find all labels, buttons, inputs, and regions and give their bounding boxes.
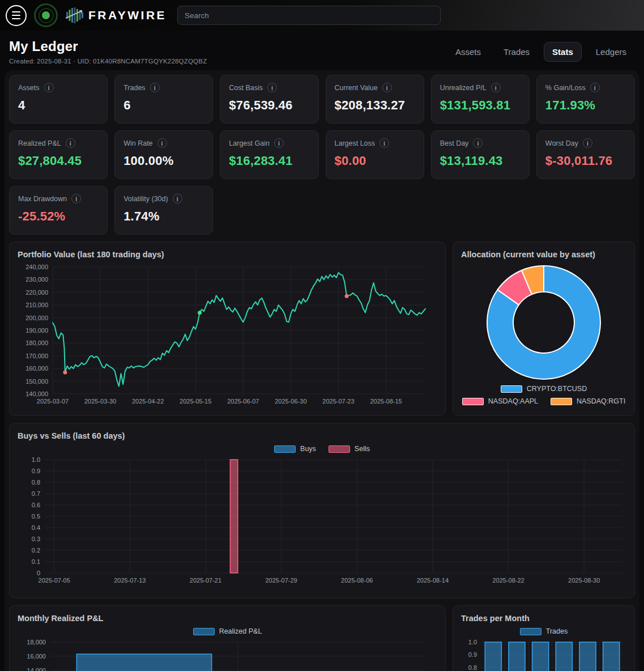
legend-item-crypto-btcusd[interactable]: CRYPTO:BTCUSD: [501, 385, 587, 393]
stat-card-trades: Tradesi6: [114, 75, 213, 124]
stat-card-assets: Assetsi4: [9, 75, 108, 124]
portfolio-chart-title: Portfolio Value (last 180 trading days): [18, 250, 437, 259]
legend-item-sells[interactable]: Sells: [329, 445, 370, 453]
svg-text:190,000: 190,000: [25, 327, 48, 334]
tab-assets[interactable]: Assets: [447, 42, 489, 62]
svg-text:0.9: 0.9: [32, 468, 40, 474]
legend-item-nasdaq-aapl[interactable]: NASDAQ:AAPL: [462, 397, 538, 405]
svg-text:2025-05-15: 2025-05-15: [180, 398, 211, 405]
stat-value: 171.93%: [545, 98, 626, 113]
info-icon[interactable]: i: [274, 138, 284, 148]
svg-text:170,000: 170,000: [25, 353, 48, 359]
svg-text:2025-06-30: 2025-06-30: [275, 398, 306, 405]
legend-swatch: [551, 398, 572, 405]
stat-card-max-drawdown: Max Drawdowni-25.52%: [9, 186, 108, 235]
record-target-icon: [34, 3, 58, 27]
info-icon[interactable]: i: [71, 194, 81, 203]
tab-ledgers[interactable]: Ledgers: [587, 42, 635, 62]
info-icon[interactable]: i: [66, 138, 75, 148]
svg-text:2025-07-29: 2025-07-29: [265, 577, 297, 584]
svg-text:2025-08-14: 2025-08-14: [417, 577, 449, 584]
hamburger-menu-icon[interactable]: [6, 5, 27, 26]
legend-swatch: [501, 385, 522, 393]
stat-card-volatility-30d: Volatility (30d)i1.74%: [114, 186, 213, 235]
stat-value: -25.52%: [18, 209, 99, 224]
stat-card-largest-loss: Largest Lossi$0.00: [326, 130, 424, 179]
svg-text:2025-08-15: 2025-08-15: [370, 398, 402, 405]
svg-text:18,000: 18,000: [27, 639, 46, 645]
info-icon[interactable]: i: [491, 83, 501, 92]
stat-label: Best Day: [440, 139, 469, 147]
legend-item-trades[interactable]: Trades: [520, 627, 568, 635]
svg-text:140,000: 140,000: [25, 390, 48, 397]
trades-per-month-chart: 1.00.90.80.70.60.50.40.30.20.10: [461, 639, 626, 671]
tab-stats[interactable]: Stats: [544, 42, 582, 62]
legend-label: CRYPTO:BTCUSD: [527, 385, 587, 393]
info-icon[interactable]: i: [379, 138, 389, 148]
stat-value: 100.00%: [123, 154, 204, 168]
svg-text:2025-04-22: 2025-04-22: [132, 398, 164, 405]
legend-label: Sells: [355, 445, 370, 453]
stat-card-largest-gain: Largest Gaini$16,283.41: [220, 130, 318, 179]
monthly-pnl-chart: 18,00016,00014,00012,00010,0008,0006,000…: [18, 639, 429, 671]
stat-value: 6: [123, 98, 204, 113]
legend-item-nasdaq-rgti[interactable]: NASDAQ:RGTI: [551, 397, 625, 405]
stat-value: $76,539.46: [229, 98, 309, 113]
stat-label: % Gain/Loss: [545, 84, 586, 92]
allocation-panel: Allocation (current value by asset) CRYP…: [453, 241, 635, 416]
stat-value: $0.00: [335, 154, 415, 168]
svg-text:150,000: 150,000: [25, 378, 48, 385]
portfolio-value-panel: Portfolio Value (last 180 trading days) …: [9, 241, 446, 416]
svg-text:210,000: 210,000: [25, 301, 48, 308]
stat-label: Realized P&L: [18, 139, 61, 147]
svg-text:180,000: 180,000: [25, 339, 48, 346]
legend-label: Buys: [300, 445, 316, 453]
info-icon[interactable]: i: [590, 83, 600, 92]
waveform-logo-icon: [65, 7, 84, 24]
stat-value: $13,119.43: [440, 154, 521, 168]
info-icon[interactable]: i: [583, 138, 592, 148]
stat-label: Max Drawdown: [18, 195, 67, 203]
page-header: My Ledger Created: 2025-08-31 · UID: 01K…: [0, 31, 644, 70]
legend-label: Trades: [546, 627, 568, 635]
svg-text:2025-08-22: 2025-08-22: [492, 577, 524, 584]
svg-text:240,000: 240,000: [25, 264, 48, 270]
info-icon[interactable]: i: [267, 83, 277, 92]
stat-card-realized-p-l: Realized P&Li$27,804.45: [9, 130, 108, 179]
svg-text:0.3: 0.3: [32, 536, 40, 542]
brand-logo[interactable]: FRAYWIRE: [65, 7, 167, 24]
search-input[interactable]: [177, 6, 441, 25]
tab-trades[interactable]: Trades: [495, 42, 538, 62]
stat-label: Assets: [18, 84, 40, 92]
buys-sells-chart: 1.00.90.80.70.60.50.40.30.20.102025-07-0…: [18, 456, 625, 591]
legend-label: NASDAQ:RGTI: [577, 397, 625, 405]
svg-text:160,000: 160,000: [25, 365, 48, 372]
legend-item-buys[interactable]: Buys: [274, 445, 316, 453]
trades-per-month-panel: Trades per Month Trades 1.00.90.80.70.60…: [453, 605, 635, 671]
stat-card-unrealized-p-l: Unrealized P/Li$131,593.81: [431, 75, 530, 124]
info-icon[interactable]: i: [382, 83, 392, 92]
charts-row-1: Portfolio Value (last 180 trading days) …: [9, 241, 635, 416]
stat-label: Cost Basis: [229, 84, 263, 92]
stat-value: $16,283.41: [229, 154, 309, 168]
info-icon[interactable]: i: [150, 83, 160, 92]
svg-text:2025-07-23: 2025-07-23: [322, 398, 354, 405]
info-icon[interactable]: i: [157, 138, 167, 148]
stat-card-win-rate: Win Ratei100.00%: [114, 130, 213, 179]
stat-value: 1.74%: [123, 209, 204, 224]
svg-text:1.0: 1.0: [468, 639, 477, 645]
svg-text:2025-03-07: 2025-03-07: [37, 398, 69, 405]
svg-text:0.6: 0.6: [32, 502, 40, 508]
legend-item-realized-p-l[interactable]: Realized P&L: [193, 627, 262, 635]
allocation-chart-title: Allocation (current value by asset): [461, 250, 626, 259]
stat-label: Largest Loss: [335, 139, 376, 147]
info-icon[interactable]: i: [473, 138, 483, 148]
svg-text:2025-07-05: 2025-07-05: [39, 577, 70, 584]
svg-text:0.8: 0.8: [32, 479, 40, 486]
info-icon[interactable]: i: [44, 83, 54, 92]
info-icon[interactable]: i: [173, 194, 182, 203]
stat-label: Trades: [123, 84, 145, 92]
legend-swatch: [193, 628, 215, 635]
stat-card-worst-day: Worst Dayi$-30,011.76: [536, 130, 635, 179]
stat-value: $208,133.27: [335, 98, 415, 113]
